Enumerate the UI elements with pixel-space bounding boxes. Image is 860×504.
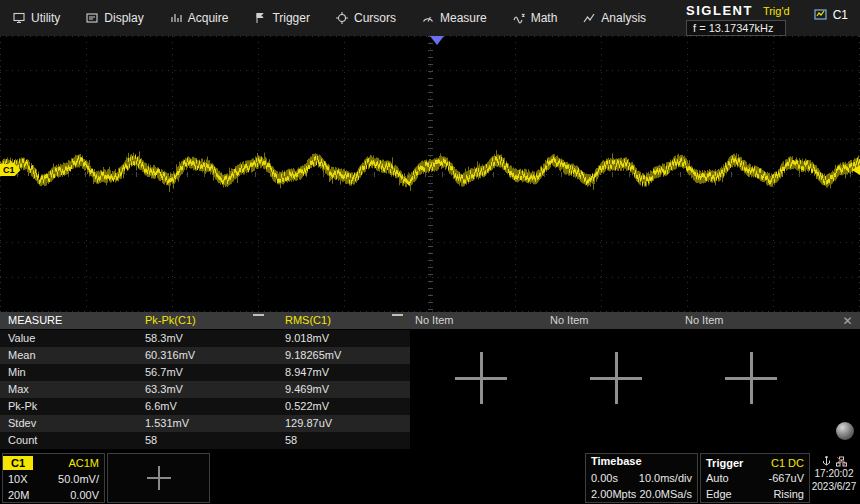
frequency-readout: f = 13.17347kHz (686, 20, 786, 36)
brand-logo: SIGLENT (686, 3, 753, 18)
utility-icon (13, 12, 25, 24)
rms-value: 0.522mV (285, 400, 329, 412)
pkpk-value: 56.7mV (145, 366, 183, 378)
rms-value: 58 (285, 434, 297, 446)
channel-name-chip: C1 (3, 456, 33, 470)
row-label: Value (8, 332, 35, 344)
trigger-level-marker[interactable] (852, 165, 860, 175)
pkpk-value: 58.3mV (145, 332, 183, 344)
clock-block: 17:20:02 2023/6/27 (810, 455, 858, 493)
waveform-display: C1 (0, 36, 860, 312)
measure-col-rms[interactable]: RMS(C1) (285, 314, 331, 326)
table-row: Pk-Pk 6.6mV 0.522mV (0, 398, 410, 415)
row-label: Min (8, 366, 26, 378)
menu-cursors[interactable]: Cursors (323, 0, 409, 36)
close-icon[interactable]: ✕ (840, 314, 855, 329)
menu-utility[interactable]: Utility (0, 0, 73, 36)
measure-panel: MEASURE Pk-Pk(C1) RMS(C1) No Item No Ite… (0, 312, 860, 452)
clock-time: 17:20:02 (810, 467, 858, 480)
waveform-canvas (0, 36, 860, 312)
menu-acquire-label: Acquire (188, 11, 229, 25)
channel-offset: 0.00V (70, 489, 99, 501)
stat-dash-icon[interactable] (392, 314, 403, 316)
acquire-icon (170, 12, 182, 24)
row-label: Mean (8, 349, 36, 361)
channel-screen-icon (814, 9, 827, 20)
trigger-box[interactable]: Trigger C1 DC Auto -667uV Edge Rising (700, 453, 810, 503)
menu-math-label: Math (531, 11, 558, 25)
trigger-mode: Auto (706, 472, 729, 484)
trigger-type: Edge (706, 488, 732, 500)
rms-value: 8.947mV (285, 366, 329, 378)
table-row: Stdev 1.531mV 129.87uV (0, 415, 410, 432)
timebase-title: Timebase (586, 454, 697, 470)
trigger-level: -667uV (769, 472, 804, 484)
rms-value: 9.469mV (285, 383, 329, 395)
timebase-box[interactable]: Timebase 0.00s 10.0ms/div 2.00Mpts 20.0M… (585, 453, 698, 503)
add-measurement-icon[interactable] (455, 352, 507, 404)
menu-math[interactable]: Math (500, 0, 571, 36)
menu-cursors-label: Cursors (354, 11, 396, 25)
menu-trigger-label: Trigger (272, 11, 310, 25)
menu-trigger[interactable]: Trigger (241, 0, 323, 36)
measure-title: MEASURE (8, 314, 62, 326)
gesture-ball-icon[interactable] (836, 422, 854, 440)
pkpk-value: 60.316mV (145, 349, 195, 361)
math-icon (513, 12, 525, 24)
row-label: Count (8, 434, 37, 446)
stat-dash-icon[interactable] (253, 314, 264, 316)
menu-display[interactable]: Display (73, 0, 156, 36)
table-row: Min 56.7mV 8.947mV (0, 364, 410, 381)
menu-acquire[interactable]: Acquire (157, 0, 242, 36)
channel-descriptor-box[interactable]: C1 AC1M 10X 50.0mV/ 20M 0.00V (2, 453, 105, 503)
menu-display-label: Display (104, 11, 143, 25)
menu-utility-label: Utility (31, 11, 60, 25)
menu-analysis[interactable]: Analysis (570, 0, 659, 36)
add-measurement-icon[interactable] (590, 352, 642, 404)
display-icon (86, 12, 98, 24)
pkpk-value: 1.531mV (145, 417, 189, 429)
measure-gauge-icon (422, 12, 434, 24)
channel-vdiv: 50.0mV/ (58, 473, 99, 485)
status-bar: C1 AC1M 10X 50.0mV/ 20M 0.00V Timebase 0… (0, 452, 860, 504)
trigger-status: Trig'd (763, 5, 790, 17)
pkpk-value: 63.3mV (145, 383, 183, 395)
trigger-title: Trigger (706, 457, 743, 469)
row-label: Stdev (8, 417, 36, 429)
row-label: Pk-Pk (8, 400, 37, 412)
timebase-scale: 10.0ms/div (639, 472, 692, 484)
trigger-position-marker[interactable] (430, 36, 444, 45)
add-channel-box[interactable] (107, 453, 210, 503)
measure-col-noitem-2[interactable]: No Item (550, 314, 589, 326)
channel-probe: 10X (8, 473, 28, 485)
measure-header: MEASURE Pk-Pk(C1) RMS(C1) No Item No Ite… (0, 312, 860, 329)
active-channel-label: C1 (833, 8, 848, 22)
menu-measure-label: Measure (440, 11, 487, 25)
row-label: Max (8, 383, 29, 395)
table-row: Mean 60.316mV 9.18265mV (0, 347, 410, 364)
add-channel-icon (147, 466, 171, 490)
table-row: Value 58.3mV 9.018mV (0, 330, 410, 347)
rms-value: 9.018mV (285, 332, 329, 344)
usb-icon (822, 456, 831, 467)
rms-value: 129.87uV (285, 417, 332, 429)
channel-bandwidth: 20M (8, 489, 29, 501)
measure-col-noitem-1[interactable]: No Item (415, 314, 454, 326)
add-measurement-icon[interactable] (725, 352, 777, 404)
trigger-source: C1 DC (771, 457, 804, 469)
analysis-icon (583, 12, 595, 24)
trigger-flag-icon (254, 12, 266, 24)
measure-col-noitem-3[interactable]: No Item (685, 314, 724, 326)
brand-block: SIGLENT Trig'd f = 13.17347kHz (686, 3, 790, 36)
menu-right-cluster: SIGLENT Trig'd f = 13.17347kHz C1 (686, 3, 860, 36)
cursors-icon (336, 12, 348, 24)
menu-measure[interactable]: Measure (409, 0, 500, 36)
trigger-slope: Rising (773, 488, 804, 500)
active-channel-badge[interactable]: C1 (814, 8, 848, 22)
measure-col-pkpk[interactable]: Pk-Pk(C1) (145, 314, 196, 326)
pkpk-value: 6.6mV (145, 400, 177, 412)
channel-coupling: AC1M (68, 457, 99, 469)
rms-value: 9.18265mV (285, 349, 341, 361)
measure-rows: Value 58.3mV 9.018mV Mean 60.316mV 9.182… (0, 330, 410, 449)
clock-date: 2023/6/27 (810, 480, 858, 493)
